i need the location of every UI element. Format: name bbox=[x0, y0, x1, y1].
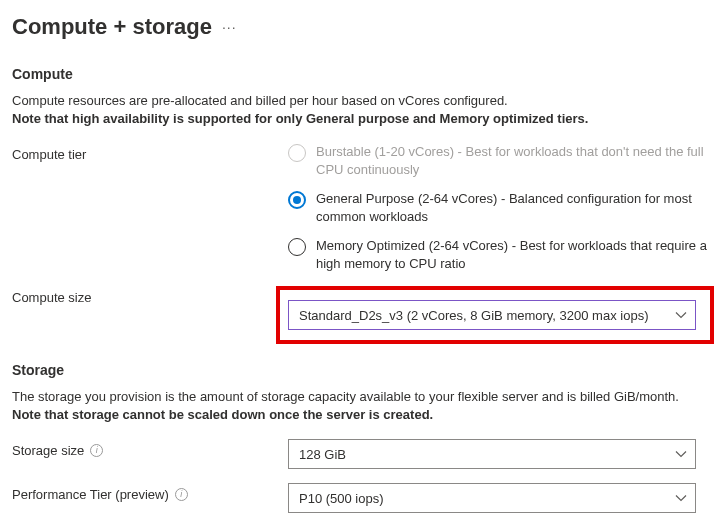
radio-icon bbox=[288, 191, 306, 209]
storage-heading: Storage bbox=[12, 362, 708, 378]
storage-size-dropdown[interactable]: 128 GiB bbox=[288, 439, 696, 469]
radio-general-label: General Purpose (2-64 vCores) - Balanced… bbox=[316, 190, 708, 225]
radio-icon bbox=[288, 144, 306, 162]
compute-size-label: Compute size bbox=[12, 286, 288, 305]
page-header: Compute + storage ··· bbox=[12, 14, 708, 40]
info-icon[interactable]: i bbox=[90, 444, 103, 457]
radio-memory-label: Memory Optimized (2-64 vCores) - Best fo… bbox=[316, 237, 708, 272]
performance-tier-label-col: Performance Tier (preview) i bbox=[12, 483, 288, 502]
performance-tier-label: Performance Tier (preview) bbox=[12, 487, 169, 502]
radio-general-purpose[interactable]: General Purpose (2-64 vCores) - Balanced… bbox=[288, 190, 708, 225]
page-title: Compute + storage bbox=[12, 14, 212, 40]
compute-desc-note: Note that high availability is supported… bbox=[12, 111, 588, 126]
storage-description: The storage you provision is the amount … bbox=[12, 388, 708, 423]
compute-tier-label: Compute tier bbox=[12, 143, 288, 162]
storage-desc-text: The storage you provision is the amount … bbox=[12, 389, 679, 404]
compute-size-dropdown[interactable]: Standard_D2s_v3 (2 vCores, 8 GiB memory,… bbox=[288, 300, 696, 330]
info-icon[interactable]: i bbox=[175, 488, 188, 501]
chevron-down-icon bbox=[675, 492, 687, 504]
more-actions-icon[interactable]: ··· bbox=[222, 19, 237, 35]
compute-tier-radio-group: Burstable (1-20 vCores) - Best for workl… bbox=[288, 143, 708, 272]
compute-size-highlight: Standard_D2s_v3 (2 vCores, 8 GiB memory,… bbox=[276, 286, 714, 344]
storage-size-row: Storage size i 128 GiB bbox=[12, 439, 708, 469]
performance-tier-value: P10 (500 iops) bbox=[299, 491, 384, 506]
compute-heading: Compute bbox=[12, 66, 708, 82]
compute-description: Compute resources are pre-allocated and … bbox=[12, 92, 708, 127]
compute-size-row: Compute size Standard_D2s_v3 (2 vCores, … bbox=[12, 286, 708, 344]
radio-burstable-label: Burstable (1-20 vCores) - Best for workl… bbox=[316, 143, 708, 178]
storage-size-label: Storage size bbox=[12, 443, 84, 458]
compute-size-value: Standard_D2s_v3 (2 vCores, 8 GiB memory,… bbox=[299, 308, 648, 323]
storage-size-value: 128 GiB bbox=[299, 447, 346, 462]
storage-desc-note: Note that storage cannot be scaled down … bbox=[12, 407, 433, 422]
performance-tier-dropdown[interactable]: P10 (500 iops) bbox=[288, 483, 696, 513]
chevron-down-icon bbox=[675, 448, 687, 460]
chevron-down-icon bbox=[675, 309, 687, 321]
storage-size-label-col: Storage size i bbox=[12, 439, 288, 458]
performance-tier-row: Performance Tier (preview) i P10 (500 io… bbox=[12, 483, 708, 513]
compute-tier-row: Compute tier Burstable (1-20 vCores) - B… bbox=[12, 143, 708, 272]
radio-icon bbox=[288, 238, 306, 256]
radio-burstable: Burstable (1-20 vCores) - Best for workl… bbox=[288, 143, 708, 178]
radio-memory-optimized[interactable]: Memory Optimized (2-64 vCores) - Best fo… bbox=[288, 237, 708, 272]
compute-desc-text: Compute resources are pre-allocated and … bbox=[12, 93, 508, 108]
